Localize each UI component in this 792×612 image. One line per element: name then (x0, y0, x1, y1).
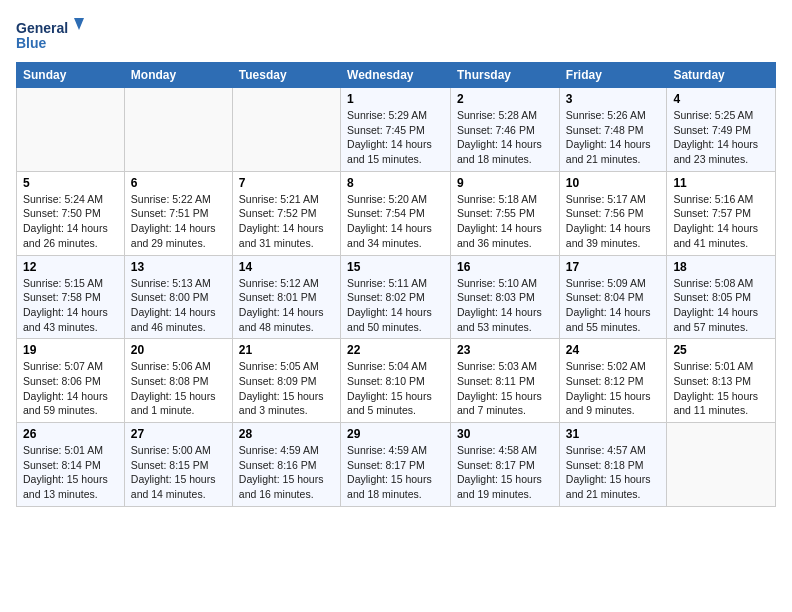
day-number: 3 (566, 92, 661, 106)
calendar-week-row: 12Sunrise: 5:15 AM Sunset: 7:58 PM Dayli… (17, 255, 776, 339)
day-detail: Sunrise: 5:26 AM Sunset: 7:48 PM Dayligh… (566, 108, 661, 167)
day-detail: Sunrise: 5:24 AM Sunset: 7:50 PM Dayligh… (23, 192, 118, 251)
day-number: 15 (347, 260, 444, 274)
calendar-week-row: 1Sunrise: 5:29 AM Sunset: 7:45 PM Daylig… (17, 88, 776, 172)
weekday-header: Monday (124, 63, 232, 88)
calendar-cell: 24Sunrise: 5:02 AM Sunset: 8:12 PM Dayli… (559, 339, 667, 423)
calendar-cell: 3Sunrise: 5:26 AM Sunset: 7:48 PM Daylig… (559, 88, 667, 172)
calendar-cell: 6Sunrise: 5:22 AM Sunset: 7:51 PM Daylig… (124, 171, 232, 255)
weekday-row: SundayMondayTuesdayWednesdayThursdayFrid… (17, 63, 776, 88)
calendar-week-row: 19Sunrise: 5:07 AM Sunset: 8:06 PM Dayli… (17, 339, 776, 423)
weekday-header: Saturday (667, 63, 776, 88)
day-number: 11 (673, 176, 769, 190)
calendar-cell: 18Sunrise: 5:08 AM Sunset: 8:05 PM Dayli… (667, 255, 776, 339)
calendar-cell: 27Sunrise: 5:00 AM Sunset: 8:15 PM Dayli… (124, 423, 232, 507)
day-number: 25 (673, 343, 769, 357)
day-number: 26 (23, 427, 118, 441)
day-number: 16 (457, 260, 553, 274)
day-detail: Sunrise: 5:15 AM Sunset: 7:58 PM Dayligh… (23, 276, 118, 335)
day-detail: Sunrise: 5:12 AM Sunset: 8:01 PM Dayligh… (239, 276, 334, 335)
day-detail: Sunrise: 5:02 AM Sunset: 8:12 PM Dayligh… (566, 359, 661, 418)
calendar-cell: 25Sunrise: 5:01 AM Sunset: 8:13 PM Dayli… (667, 339, 776, 423)
calendar-week-row: 26Sunrise: 5:01 AM Sunset: 8:14 PM Dayli… (17, 423, 776, 507)
calendar-cell: 8Sunrise: 5:20 AM Sunset: 7:54 PM Daylig… (341, 171, 451, 255)
calendar-cell: 5Sunrise: 5:24 AM Sunset: 7:50 PM Daylig… (17, 171, 125, 255)
day-number: 22 (347, 343, 444, 357)
day-detail: Sunrise: 4:57 AM Sunset: 8:18 PM Dayligh… (566, 443, 661, 502)
calendar-cell: 22Sunrise: 5:04 AM Sunset: 8:10 PM Dayli… (341, 339, 451, 423)
weekday-header: Tuesday (232, 63, 340, 88)
day-detail: Sunrise: 5:13 AM Sunset: 8:00 PM Dayligh… (131, 276, 226, 335)
calendar-cell: 7Sunrise: 5:21 AM Sunset: 7:52 PM Daylig… (232, 171, 340, 255)
day-detail: Sunrise: 5:20 AM Sunset: 7:54 PM Dayligh… (347, 192, 444, 251)
svg-text:Blue: Blue (16, 35, 47, 51)
calendar-cell: 29Sunrise: 4:59 AM Sunset: 8:17 PM Dayli… (341, 423, 451, 507)
day-detail: Sunrise: 5:04 AM Sunset: 8:10 PM Dayligh… (347, 359, 444, 418)
day-number: 14 (239, 260, 334, 274)
day-number: 18 (673, 260, 769, 274)
calendar-cell (667, 423, 776, 507)
day-number: 31 (566, 427, 661, 441)
day-detail: Sunrise: 5:07 AM Sunset: 8:06 PM Dayligh… (23, 359, 118, 418)
weekday-header: Wednesday (341, 63, 451, 88)
calendar-cell: 20Sunrise: 5:06 AM Sunset: 8:08 PM Dayli… (124, 339, 232, 423)
calendar-cell (232, 88, 340, 172)
day-number: 20 (131, 343, 226, 357)
page-header: GeneralBlue (16, 16, 776, 52)
day-detail: Sunrise: 5:22 AM Sunset: 7:51 PM Dayligh… (131, 192, 226, 251)
calendar-cell (124, 88, 232, 172)
day-number: 13 (131, 260, 226, 274)
day-number: 28 (239, 427, 334, 441)
day-number: 8 (347, 176, 444, 190)
day-detail: Sunrise: 5:18 AM Sunset: 7:55 PM Dayligh… (457, 192, 553, 251)
day-number: 4 (673, 92, 769, 106)
day-number: 24 (566, 343, 661, 357)
calendar-cell: 30Sunrise: 4:58 AM Sunset: 8:17 PM Dayli… (451, 423, 560, 507)
day-number: 2 (457, 92, 553, 106)
calendar-cell: 10Sunrise: 5:17 AM Sunset: 7:56 PM Dayli… (559, 171, 667, 255)
day-detail: Sunrise: 5:29 AM Sunset: 7:45 PM Dayligh… (347, 108, 444, 167)
weekday-header: Friday (559, 63, 667, 88)
day-number: 17 (566, 260, 661, 274)
calendar-header: SundayMondayTuesdayWednesdayThursdayFrid… (17, 63, 776, 88)
day-detail: Sunrise: 5:28 AM Sunset: 7:46 PM Dayligh… (457, 108, 553, 167)
calendar-cell: 21Sunrise: 5:05 AM Sunset: 8:09 PM Dayli… (232, 339, 340, 423)
calendar-cell: 14Sunrise: 5:12 AM Sunset: 8:01 PM Dayli… (232, 255, 340, 339)
calendar-cell: 13Sunrise: 5:13 AM Sunset: 8:00 PM Dayli… (124, 255, 232, 339)
svg-text:General: General (16, 20, 68, 36)
day-number: 7 (239, 176, 334, 190)
calendar-cell: 15Sunrise: 5:11 AM Sunset: 8:02 PM Dayli… (341, 255, 451, 339)
calendar-cell: 19Sunrise: 5:07 AM Sunset: 8:06 PM Dayli… (17, 339, 125, 423)
day-detail: Sunrise: 5:03 AM Sunset: 8:11 PM Dayligh… (457, 359, 553, 418)
weekday-header: Thursday (451, 63, 560, 88)
day-number: 5 (23, 176, 118, 190)
day-number: 10 (566, 176, 661, 190)
calendar-cell: 23Sunrise: 5:03 AM Sunset: 8:11 PM Dayli… (451, 339, 560, 423)
day-detail: Sunrise: 4:58 AM Sunset: 8:17 PM Dayligh… (457, 443, 553, 502)
day-detail: Sunrise: 4:59 AM Sunset: 8:17 PM Dayligh… (347, 443, 444, 502)
day-number: 6 (131, 176, 226, 190)
calendar-table: SundayMondayTuesdayWednesdayThursdayFrid… (16, 62, 776, 507)
day-detail: Sunrise: 5:10 AM Sunset: 8:03 PM Dayligh… (457, 276, 553, 335)
day-number: 29 (347, 427, 444, 441)
calendar-cell: 4Sunrise: 5:25 AM Sunset: 7:49 PM Daylig… (667, 88, 776, 172)
day-number: 19 (23, 343, 118, 357)
logo-svg: GeneralBlue (16, 16, 86, 52)
calendar-cell: 2Sunrise: 5:28 AM Sunset: 7:46 PM Daylig… (451, 88, 560, 172)
day-detail: Sunrise: 5:08 AM Sunset: 8:05 PM Dayligh… (673, 276, 769, 335)
day-detail: Sunrise: 5:06 AM Sunset: 8:08 PM Dayligh… (131, 359, 226, 418)
day-detail: Sunrise: 5:09 AM Sunset: 8:04 PM Dayligh… (566, 276, 661, 335)
day-detail: Sunrise: 5:21 AM Sunset: 7:52 PM Dayligh… (239, 192, 334, 251)
day-number: 9 (457, 176, 553, 190)
day-detail: Sunrise: 4:59 AM Sunset: 8:16 PM Dayligh… (239, 443, 334, 502)
calendar-cell: 12Sunrise: 5:15 AM Sunset: 7:58 PM Dayli… (17, 255, 125, 339)
day-number: 23 (457, 343, 553, 357)
day-detail: Sunrise: 5:16 AM Sunset: 7:57 PM Dayligh… (673, 192, 769, 251)
day-detail: Sunrise: 5:05 AM Sunset: 8:09 PM Dayligh… (239, 359, 334, 418)
day-detail: Sunrise: 5:17 AM Sunset: 7:56 PM Dayligh… (566, 192, 661, 251)
day-detail: Sunrise: 5:11 AM Sunset: 8:02 PM Dayligh… (347, 276, 444, 335)
day-detail: Sunrise: 5:25 AM Sunset: 7:49 PM Dayligh… (673, 108, 769, 167)
calendar-cell: 9Sunrise: 5:18 AM Sunset: 7:55 PM Daylig… (451, 171, 560, 255)
calendar-cell: 31Sunrise: 4:57 AM Sunset: 8:18 PM Dayli… (559, 423, 667, 507)
calendar-cell: 17Sunrise: 5:09 AM Sunset: 8:04 PM Dayli… (559, 255, 667, 339)
